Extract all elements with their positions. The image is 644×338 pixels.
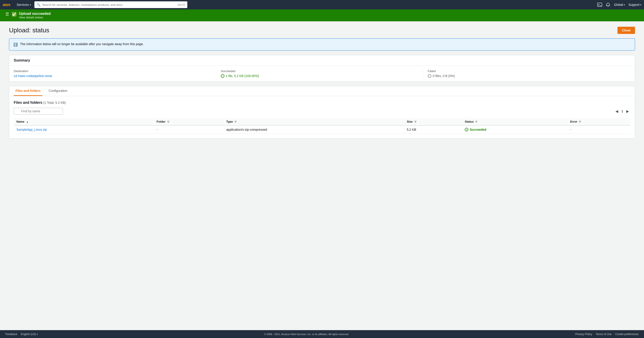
th-folder[interactable]: Folder ▽: [154, 118, 224, 125]
files-count-value: (1 Total, 5.2 KB): [44, 101, 66, 104]
cookie-link[interactable]: Cookie preferences: [615, 333, 638, 336]
destination-label: Destination: [14, 69, 212, 73]
files-table: Name ▲ Folder ▽ Type ▽ Size ▽ Status ▽ E…: [14, 118, 630, 134]
files-table-body: SampleApp_Linux.zip-application/x-zip-co…: [14, 125, 630, 134]
privacy-link[interactable]: Privacy Policy: [576, 333, 592, 336]
status-succeeded-indicator: ✓Succeeded: [465, 128, 565, 131]
aws-logo: aws: [3, 2, 11, 7]
tabs-container: Files and folders Configuration Files an…: [9, 86, 635, 139]
succeeded-text: 1 file, 5.2 KB (100.00%): [226, 74, 259, 78]
th-error[interactable]: Error ▽: [568, 118, 630, 125]
table-header: Name ▲ Folder ▽ Type ▽ Size ▽ Status ▽ E…: [14, 118, 630, 125]
cell-error: -: [568, 125, 630, 134]
status-text: Succeeded: [470, 128, 486, 131]
destination-link[interactable]: s3://aws-codepipeline-omar: [14, 74, 52, 78]
close-button[interactable]: Close: [618, 27, 635, 34]
th-type[interactable]: Type ▽: [224, 118, 404, 125]
svg-rect-1: [598, 3, 602, 6]
sort-status-icon: ▽: [475, 120, 477, 123]
tabs-header: Files and folders Configuration: [9, 86, 635, 96]
success-banner: ☰ ✅ Upload succeeded View details below.: [0, 9, 644, 21]
file-search-wrap: 🔍: [14, 108, 612, 115]
page-header: Upload: status Close: [9, 27, 635, 34]
top-navigation: aws Services ▾ 🔍 [Alt+S] Global ▾: [0, 0, 644, 9]
cell-folder: -: [154, 125, 224, 134]
failed-neutral-icon: –: [428, 74, 431, 78]
success-check-icon: ✅: [12, 12, 17, 17]
search-row: 🔍 ◀ 1 ▶: [14, 108, 630, 115]
language-button[interactable]: English (US) ▾: [21, 333, 38, 336]
page-number: 1: [621, 109, 623, 113]
footer-left: Feedback English (US) ▾: [6, 333, 38, 336]
failed-label: Failed: [428, 69, 626, 73]
tab-files-folders[interactable]: Files and folders: [14, 86, 42, 96]
global-search-bar: 🔍 [Alt+S]: [34, 1, 187, 8]
svg-text:aws: aws: [3, 2, 10, 7]
table-row: SampleApp_Linux.zip-application/x-zip-co…: [14, 125, 630, 134]
cell-type: application/x-zip-compressed: [224, 125, 404, 134]
services-menu-button[interactable]: Services ▾: [15, 2, 32, 7]
global-label: Global: [614, 3, 623, 6]
failed-text: 0 files, 0 B (0%): [433, 74, 455, 78]
sort-name-icon: ▲: [26, 120, 28, 123]
main-content: Upload: status Close ℹ️ The information …: [0, 21, 644, 330]
support-label: Support: [628, 3, 640, 6]
banner-text: Upload succeeded View details below.: [19, 12, 50, 19]
info-banner: ℹ️ The information below will no longer …: [9, 38, 635, 50]
failed-value: – 0 files, 0 B (0%): [428, 74, 626, 78]
global-chevron-icon: ▾: [624, 3, 625, 6]
language-chevron-icon: ▾: [37, 333, 38, 336]
cell-name: SampleApp_Linux.zip: [14, 125, 154, 134]
banner-subtitle: View details below.: [19, 16, 50, 19]
th-status[interactable]: Status ▽: [462, 118, 568, 125]
banner-title: Upload succeeded: [19, 12, 50, 16]
th-name[interactable]: Name ▲: [14, 118, 154, 125]
sort-size-icon: ▽: [414, 120, 416, 123]
summary-grid: Destination s3://aws-codepipeline-omar S…: [9, 66, 635, 81]
summary-card: Summary Destination s3://aws-codepipelin…: [9, 55, 635, 82]
support-chevron-icon: ▾: [640, 3, 641, 6]
footer: Feedback English (US) ▾ © 2008 - 2021, A…: [0, 330, 644, 338]
info-icon: ℹ️: [13, 42, 18, 47]
sort-error-icon: ▽: [579, 120, 581, 123]
succeeded-value: ✓ 1 file, 5.2 KB (100.00%): [221, 74, 419, 78]
services-label: Services: [17, 3, 29, 6]
cell-size: 5.2 KB: [404, 125, 462, 134]
language-label: English (US): [21, 333, 36, 336]
sort-type-icon: ▽: [234, 120, 236, 123]
summary-failed: Failed – 0 files, 0 B (0%): [428, 69, 630, 78]
info-message: The information below will no longer be …: [20, 42, 144, 46]
search-input[interactable]: [42, 3, 176, 6]
support-menu-button[interactable]: Support ▾: [628, 3, 641, 6]
summary-destination: Destination s3://aws-codepipeline-omar: [14, 69, 216, 78]
th-size[interactable]: Size ▽: [404, 118, 462, 125]
cell-status: ✓Succeeded: [462, 125, 568, 134]
page-title: Upload: status: [9, 27, 49, 34]
terms-link[interactable]: Terms of Use: [596, 333, 612, 336]
file-search-input[interactable]: [14, 108, 63, 115]
succeeded-check-icon: ✓: [221, 74, 224, 78]
tab-configuration[interactable]: Configuration: [47, 86, 69, 96]
summary-header: Summary: [9, 55, 635, 66]
footer-links: Privacy Policy Terms of Use Cookie prefe…: [576, 333, 638, 336]
next-page-button[interactable]: ▶: [625, 109, 630, 114]
search-shortcut: [Alt+S]: [178, 3, 185, 6]
succeeded-label: Succeeded: [221, 69, 419, 73]
pagination: ◀ 1 ▶: [614, 109, 630, 114]
files-section-title: Files and folders (1 Total, 5.2 KB): [14, 101, 630, 105]
files-title-text: Files and folders: [14, 101, 42, 104]
feedback-button[interactable]: Feedback: [6, 333, 17, 336]
copyright-text: © 2008 - 2021, Amazon Web Services, Inc.…: [264, 333, 349, 336]
file-name-link[interactable]: SampleApp_Linux.zip: [16, 128, 47, 131]
sort-folder-icon: ▽: [167, 120, 169, 123]
terminal-icon-button[interactable]: [597, 3, 602, 7]
hamburger-icon: ☰: [6, 12, 9, 17]
files-section: Files and folders (1 Total, 5.2 KB) 🔍 ◀ …: [9, 96, 635, 138]
bell-icon-button[interactable]: [606, 2, 610, 7]
services-chevron-icon: ▾: [30, 3, 31, 6]
global-menu-button[interactable]: Global ▾: [614, 3, 625, 6]
prev-page-button[interactable]: ◀: [614, 109, 620, 114]
status-check-icon: ✓: [465, 128, 468, 131]
summary-succeeded: Succeeded ✓ 1 file, 5.2 KB (100.00%): [221, 69, 424, 78]
nav-right-actions: Global ▾ Support ▾: [597, 2, 641, 7]
